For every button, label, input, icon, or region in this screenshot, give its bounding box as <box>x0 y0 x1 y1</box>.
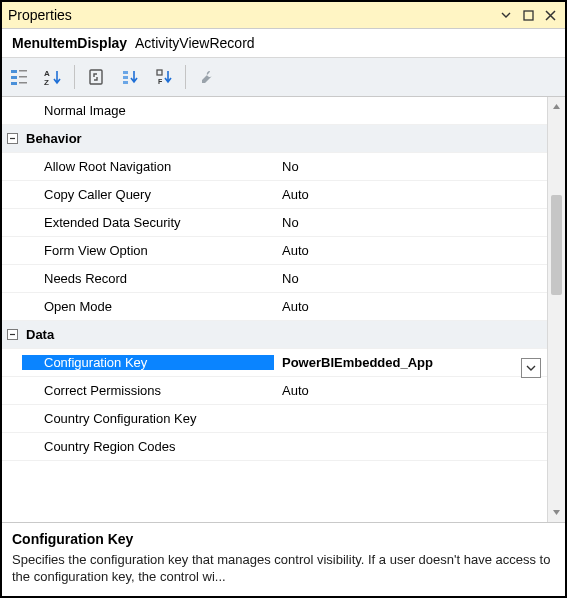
svg-text:A: A <box>44 69 50 78</box>
property-name: Copy Caller Query <box>22 187 274 202</box>
svg-rect-0 <box>524 11 533 20</box>
property-grid-wrapper: Normal Image Behavior Allow Root Navigat… <box>2 97 565 522</box>
wrench-button[interactable] <box>192 62 222 92</box>
collapse-button[interactable] <box>7 329 18 340</box>
collapse-button[interactable] <box>7 133 18 144</box>
close-button[interactable] <box>541 6 559 24</box>
toolbar-separator <box>74 65 75 89</box>
categorized-view-button[interactable] <box>4 62 34 92</box>
property-row[interactable]: Country Region Codes <box>2 433 547 461</box>
titlebar: Properties <box>2 2 565 29</box>
property-value[interactable]: Auto <box>274 187 547 202</box>
property-name: Country Region Codes <box>22 439 274 454</box>
property-value[interactable]: Auto <box>274 299 547 314</box>
property-value[interactable]: No <box>274 159 547 174</box>
minus-icon <box>9 135 16 142</box>
alphabetical-icon: A Z <box>44 68 62 86</box>
property-grid[interactable]: Normal Image Behavior Allow Root Navigat… <box>2 97 547 522</box>
category-row[interactable]: Data <box>2 321 547 349</box>
wrench-icon <box>198 68 216 86</box>
scrollbar-thumb[interactable] <box>551 195 562 295</box>
svg-rect-5 <box>11 82 17 85</box>
value-dropdown-button[interactable] <box>521 358 541 378</box>
property-value[interactable]: No <box>274 215 547 230</box>
svg-rect-3 <box>11 76 17 79</box>
window-title: Properties <box>8 7 493 23</box>
page-icon <box>87 68 105 86</box>
chevron-down-icon <box>526 363 536 373</box>
maximize-button[interactable] <box>519 6 537 24</box>
grouped-icon <box>121 68 139 86</box>
property-row[interactable]: Extended Data Security No <box>2 209 547 237</box>
object-type: MenuItemDisplay <box>12 35 127 51</box>
property-name: Correct Permissions <box>22 383 274 398</box>
svg-rect-12 <box>123 81 128 84</box>
property-value[interactable]: Auto <box>274 243 547 258</box>
svg-text:Z: Z <box>44 78 49 86</box>
property-name: Form View Option <box>22 243 274 258</box>
property-name: Extended Data Security <box>22 215 274 230</box>
property-row[interactable]: Allow Root Navigation No <box>2 153 547 181</box>
property-name: Country Configuration Key <box>22 411 274 426</box>
vertical-scrollbar[interactable] <box>547 97 565 522</box>
toolbar-separator <box>185 65 186 89</box>
property-value[interactable]: Auto <box>274 383 547 398</box>
description-text: Specifies the configuration key that man… <box>12 551 555 586</box>
svg-rect-4 <box>19 76 27 78</box>
maximize-icon <box>523 10 534 21</box>
svg-rect-1 <box>11 70 17 73</box>
scroll-up-button[interactable] <box>548 97 565 115</box>
property-row[interactable]: Correct Permissions Auto <box>2 377 547 405</box>
property-row[interactable]: Copy Caller Query Auto <box>2 181 547 209</box>
toolbar: A Z F <box>2 58 565 97</box>
sort-icon: F <box>155 68 173 86</box>
svg-rect-11 <box>123 76 128 79</box>
property-row[interactable]: Needs Record No <box>2 265 547 293</box>
property-value-text: PowerBIEmbedded_App <box>282 355 433 370</box>
property-value[interactable]: PowerBIEmbedded_App <box>274 355 547 370</box>
property-row[interactable]: Country Configuration Key <box>2 405 547 433</box>
property-pages-button[interactable] <box>81 62 111 92</box>
window-options-button[interactable] <box>497 6 515 24</box>
property-value[interactable]: No <box>274 271 547 286</box>
property-name: Allow Root Navigation <box>22 159 274 174</box>
property-name: Configuration Key <box>22 355 274 370</box>
property-row[interactable]: Normal Image <box>2 97 547 125</box>
property-row[interactable]: Form View Option Auto <box>2 237 547 265</box>
minus-icon <box>9 331 16 338</box>
grouped-view-button[interactable] <box>115 62 145 92</box>
svg-rect-10 <box>123 71 128 74</box>
property-name: Open Mode <box>22 299 274 314</box>
property-name: Needs Record <box>22 271 274 286</box>
alphabetical-view-button[interactable]: A Z <box>38 62 68 92</box>
object-name: ActivityViewRecord <box>135 35 255 51</box>
category-row[interactable]: Behavior <box>2 125 547 153</box>
svg-rect-13 <box>157 70 162 75</box>
triangle-up-icon <box>552 102 561 111</box>
sort-button[interactable]: F <box>149 62 179 92</box>
property-row-selected[interactable]: Configuration Key PowerBIEmbedded_App <box>2 349 547 377</box>
categorized-icon <box>10 68 28 86</box>
triangle-down-icon <box>552 508 561 517</box>
dropdown-icon <box>501 10 511 20</box>
category-name: Behavior <box>22 131 274 146</box>
close-icon <box>545 10 556 21</box>
property-name: Normal Image <box>22 103 274 118</box>
property-row[interactable]: Open Mode Auto <box>2 293 547 321</box>
scroll-down-button[interactable] <box>548 504 565 522</box>
description-title: Configuration Key <box>12 531 555 547</box>
svg-rect-9 <box>90 70 102 84</box>
object-header: MenuItemDisplay ActivityViewRecord <box>2 29 565 58</box>
svg-text:F: F <box>158 78 163 85</box>
svg-rect-6 <box>19 82 27 84</box>
svg-rect-2 <box>19 70 27 72</box>
description-pane: Configuration Key Specifies the configur… <box>2 522 565 596</box>
category-name: Data <box>22 327 274 342</box>
